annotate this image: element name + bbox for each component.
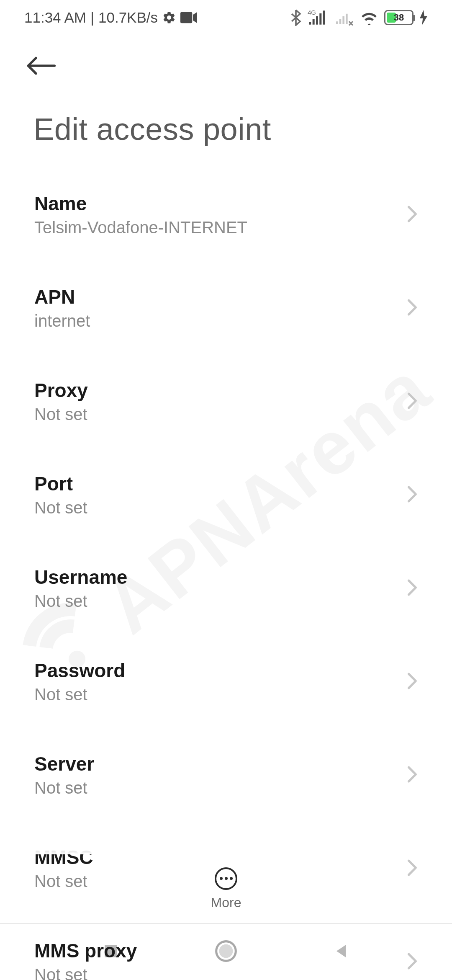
row-value: Not set: [34, 872, 93, 891]
bluetooth-icon: [290, 9, 301, 26]
status-right: 4G 38: [290, 9, 428, 26]
svg-rect-9: [342, 16, 344, 24]
charging-icon: [419, 10, 428, 25]
row-label: MMS proxy: [34, 939, 137, 962]
chevron-right-icon: [407, 392, 418, 411]
row-label: Username: [34, 566, 127, 588]
row-value: Not set: [34, 405, 88, 424]
chevron-right-icon: [407, 299, 418, 318]
gear-icon: [162, 10, 176, 25]
svg-rect-5: [319, 13, 321, 25]
svg-rect-10: [346, 14, 348, 24]
svg-rect-4: [316, 16, 318, 25]
camera-icon: [180, 12, 197, 23]
svg-rect-2: [309, 22, 311, 25]
row-value: Not set: [34, 779, 94, 797]
row-password[interactable]: Password Not set: [20, 635, 432, 728]
row-value: Not set: [34, 965, 137, 980]
page-title: Edit access point: [0, 82, 452, 168]
row-label: MMSC: [34, 846, 93, 869]
row-proxy[interactable]: Proxy Not set: [20, 355, 432, 448]
row-value: Not set: [34, 592, 127, 611]
svg-rect-7: [336, 21, 338, 24]
row-label: Proxy: [34, 379, 88, 402]
status-time: 11:34 AM: [24, 9, 86, 26]
svg-text:4G: 4G: [308, 9, 316, 16]
status-left: 11:34 AM | 10.7KB/s: [24, 9, 197, 26]
row-mmsc[interactable]: MMSC Not set: [20, 822, 432, 915]
back-button[interactable]: [25, 70, 56, 77]
svg-rect-8: [339, 19, 342, 24]
status-network-speed: 10.7KB/s: [98, 9, 158, 26]
row-label: Server: [34, 753, 94, 775]
row-value: Not set: [34, 498, 87, 517]
battery-level: 38: [385, 12, 412, 23]
row-mms-proxy[interactable]: MMS proxy Not set: [20, 915, 432, 980]
row-label: APN: [34, 286, 90, 308]
row-server[interactable]: Server Not set: [20, 728, 432, 822]
chevron-right-icon: [407, 485, 418, 505]
signal-4g-icon: 4G: [307, 9, 329, 26]
status-separator: |: [90, 9, 94, 26]
row-label: Password: [34, 659, 125, 682]
wifi-icon: [360, 10, 378, 25]
row-apn[interactable]: APN internet: [20, 261, 432, 355]
settings-list: Name Telsim-Vodafone-INTERNET APN intern…: [0, 168, 452, 980]
svg-rect-3: [313, 19, 315, 24]
chevron-right-icon: [407, 205, 418, 224]
status-bar: 11:34 AM | 10.7KB/s 4G 38: [0, 0, 452, 35]
chevron-right-icon: [407, 766, 418, 785]
chevron-right-icon: [407, 952, 418, 972]
row-value: Telsim-Vodafone-INTERNET: [34, 218, 247, 237]
row-label: Name: [34, 192, 247, 215]
row-port[interactable]: Port Not set: [20, 448, 432, 542]
battery-icon: 38: [384, 10, 413, 25]
chevron-right-icon: [407, 672, 418, 691]
svg-rect-0: [180, 12, 192, 23]
svg-rect-6: [323, 10, 325, 24]
row-name[interactable]: Name Telsim-Vodafone-INTERNET: [20, 168, 432, 261]
row-value: Not set: [34, 685, 125, 704]
chevron-right-icon: [407, 859, 418, 878]
chevron-right-icon: [407, 579, 418, 598]
top-bar: [0, 35, 452, 82]
row-value: internet: [34, 312, 90, 330]
row-username[interactable]: Username Not set: [20, 542, 432, 635]
signal-no-sim-icon: [335, 9, 354, 26]
row-label: Port: [34, 472, 87, 495]
